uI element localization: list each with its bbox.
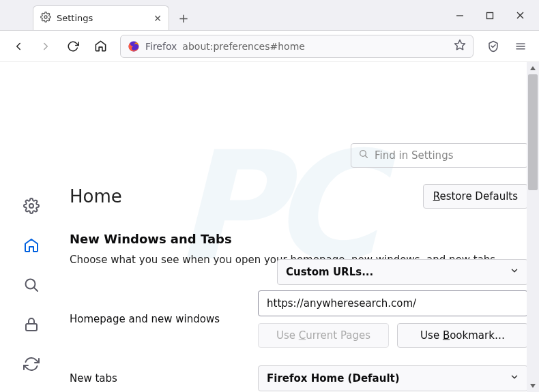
scroll-down-icon[interactable] (527, 380, 539, 392)
url-identity-label: Firefox (145, 41, 177, 52)
homepage-mode-select[interactable]: Custom URLs... (277, 259, 528, 285)
find-placeholder: Find in Settings (375, 149, 453, 162)
section-heading-new-windows-tabs: New Windows and Tabs (70, 232, 528, 246)
tab-strip: Settings ✕ + (0, 0, 539, 31)
chevron-down-icon (510, 372, 519, 385)
back-button[interactable] (7, 35, 30, 58)
svg-line-12 (34, 288, 38, 292)
forward-button[interactable] (34, 35, 57, 58)
sidebar-item-general[interactable] (18, 192, 45, 220)
newtabs-mode-select[interactable]: Firefox Home (Default) (258, 365, 528, 391)
svg-point-10 (29, 204, 33, 208)
homepage-label: Homepage and new windows (70, 313, 247, 325)
svg-marker-19 (530, 384, 536, 388)
svg-rect-2 (487, 12, 493, 18)
svg-rect-13 (26, 324, 37, 331)
newtabs-mode-value: Firefox Home (Default) (267, 372, 400, 385)
svg-marker-6 (455, 40, 465, 50)
newtabs-label: New tabs (70, 372, 247, 385)
browser-tab-settings[interactable]: Settings ✕ (33, 5, 169, 30)
use-bookmark-button[interactable]: Use Bookmark… (397, 323, 528, 348)
restore-defaults-button[interactable]: Restore Defaults (423, 184, 528, 209)
vertical-scrollbar[interactable] (527, 62, 539, 392)
sidebar-item-home[interactable] (18, 232, 45, 259)
maximize-button[interactable] (475, 5, 505, 27)
homepage-url-value: https://anywheresearch.com/ (267, 297, 416, 310)
svg-line-17 (365, 155, 367, 157)
close-window-button[interactable] (505, 5, 535, 27)
navigation-toolbar: Firefox about:preferences#home (0, 31, 539, 62)
chevron-down-icon (510, 266, 519, 278)
url-bar[interactable]: Firefox about:preferences#home (120, 35, 474, 58)
close-tab-icon[interactable]: ✕ (154, 13, 162, 24)
bookmark-star-icon[interactable] (454, 39, 466, 53)
new-tab-button[interactable]: + (173, 7, 194, 28)
settings-main: Find in Settings Home Restore Defaults N… (63, 124, 539, 392)
scroll-up-icon[interactable] (527, 62, 539, 74)
settings-sidebar (0, 124, 63, 392)
svg-marker-18 (530, 66, 536, 70)
plus-icon: + (178, 11, 188, 25)
use-current-pages-button[interactable]: Use Current Pages (258, 323, 389, 348)
svg-point-0 (44, 16, 47, 18)
home-button[interactable] (89, 35, 112, 58)
firefox-logo-icon (128, 40, 140, 52)
gear-icon (40, 12, 51, 25)
homepage-url-input[interactable]: https://anywheresearch.com/ (258, 290, 528, 316)
homepage-mode-value: Custom URLs... (286, 266, 373, 278)
sidebar-item-search[interactable] (18, 271, 45, 299)
scrollbar-thumb[interactable] (528, 74, 538, 190)
url-path: about:preferences#home (182, 41, 305, 52)
sidebar-item-sync[interactable] (18, 350, 45, 378)
page-title: Home (70, 186, 122, 207)
app-menu-button[interactable] (509, 35, 532, 58)
save-to-pocket-button[interactable] (482, 35, 505, 58)
tab-label: Settings (57, 13, 148, 23)
sidebar-item-privacy[interactable] (18, 311, 45, 338)
window-controls (445, 0, 535, 31)
find-in-settings-input[interactable]: Find in Settings (351, 143, 528, 168)
reload-button[interactable] (61, 35, 85, 58)
search-icon (358, 149, 369, 162)
minimize-button[interactable] (445, 5, 475, 27)
